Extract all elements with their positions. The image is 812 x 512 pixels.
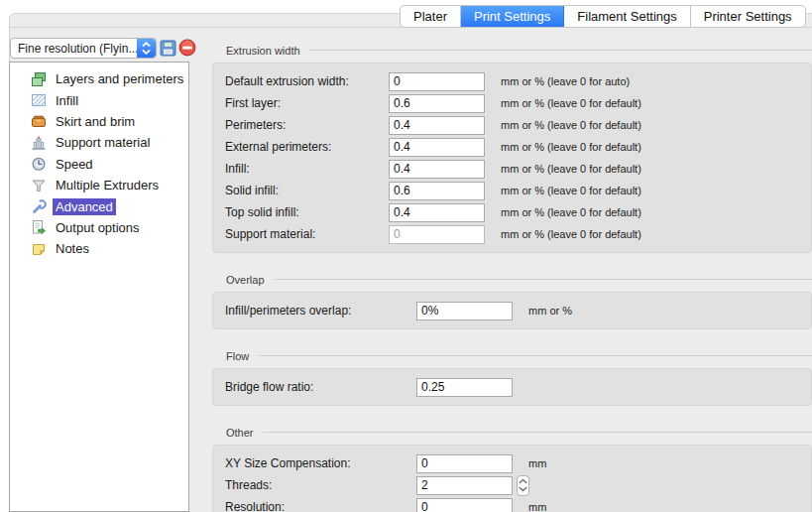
setting-row: Perimeters: mm or % (leave 0 for default… [225,114,799,136]
field-hint: mm or % (leave 0 for auto) [501,75,630,87]
tab-plater[interactable]: Plater [401,6,461,27]
field-label: Infill/perimeters overlap: [225,304,416,318]
sidebar-item-advanced[interactable]: Advanced [10,195,188,216]
setting-row: Top solid infill: mm or % (leave 0 for d… [225,201,799,223]
settings-category-list: Layers and perimeters Infill Skirt and b… [9,62,189,512]
field-label: Solid infill: [225,184,389,197]
section-divider [274,279,812,280]
section-divider [309,50,812,51]
field-label: Infill: [225,162,389,176]
section-divider [263,432,812,433]
section-flow: Bridge flow ratio: [212,368,812,406]
field-label: Support material: [225,227,389,241]
field-hint: mm [528,457,546,469]
field-label: Threads: [225,478,416,492]
sidebar-item-output-options[interactable]: Output options [10,217,188,238]
section-extrusion-width: Default extrusion width: mm or % (leave … [212,63,812,253]
field-label: XY Size Compensation: [225,456,416,470]
section-header-other: Other [226,426,812,439]
perimeters-input[interactable] [389,116,485,135]
setting-row: External perimeters: mm or % (leave 0 fo… [225,136,799,158]
solid-infill-input[interactable] [389,182,485,200]
field-hint: mm or % (leave 0 for default) [501,206,641,218]
section-header-overlap: Overlap [226,273,812,286]
resolution-input[interactable] [416,498,513,512]
sidebar-item-skirt-and-brim[interactable]: Skirt and brim [10,111,188,132]
setting-row: Infill: mm or % (leave 0 for default) [225,158,799,180]
field-label: First layer: [225,96,389,110]
field-label: External perimeters: [225,140,389,154]
section-header-extrusion-width: Extrusion width [226,44,812,57]
setting-row: Infill/perimeters overlap: mm or % [225,300,799,321]
tab-printer-settings[interactable]: Printer Settings [691,6,805,27]
first-layer-input[interactable] [389,94,485,113]
sidebar-item-label: Multiple Extruders [53,177,162,193]
section-overlap: Infill/perimeters overlap: mm or % [212,292,812,329]
tab-print-settings[interactable]: Print Settings [461,6,564,27]
layers-icon [31,71,47,87]
setting-row: Resolution: mm [225,496,799,512]
setting-row: First layer: mm or % (leave 0 for defaul… [225,92,799,114]
tab-bar: Plater Print Settings Filament Settings … [400,5,806,28]
preset-dropdown-value: Fine resolution (Flyin... [11,42,137,56]
floppy-save-icon [160,40,176,57]
field-label: Top solid infill: [225,205,389,219]
field-hint: mm or % (leave 0 for default) [501,141,641,153]
infill-hatch-icon [31,92,47,108]
wrench-icon [31,198,47,214]
section-divider [258,355,812,356]
section-title: Overlap [226,274,265,286]
section-title: Flow [226,350,249,362]
section-other: XY Size Compensation: mm Threads: Resolu… [212,445,812,512]
setting-row: Solid infill: mm or % (leave 0 for defau… [225,180,799,201]
sidebar-item-speed[interactable]: Speed [10,154,188,175]
delete-preset-button[interactable] [177,38,197,58]
field-label: Default extrusion width: [225,74,389,88]
chevron-down-icon [519,486,527,492]
tab-filament-settings[interactable]: Filament Settings [564,6,690,27]
section-title: Extrusion width [226,45,300,57]
sidebar-item-layers-and-perimeters[interactable]: Layers and perimeters [10,68,188,89]
speed-clock-icon [31,156,47,172]
field-hint: mm or % (leave 0 for default) [501,228,641,240]
bridge-flow-ratio-input[interactable] [416,378,513,397]
sidebar-item-multiple-extruders[interactable]: Multiple Extruders [10,175,188,195]
sidebar-item-label: Infill [53,92,81,109]
external-perimeters-input[interactable] [389,138,485,157]
save-preset-button[interactable] [158,38,177,58]
sidebar-item-label: Speed [53,156,96,173]
field-hint: mm [528,501,546,512]
field-hint: mm or % [528,305,572,317]
settings-panel: Extrusion width Default extrusion width:… [212,38,812,512]
setting-row: Support material: mm or % (leave 0 for d… [225,223,799,245]
field-label: Bridge flow ratio: [225,380,416,394]
infill-perimeters-overlap-input[interactable] [416,302,513,320]
xy-size-compensation-input[interactable] [416,454,513,473]
field-hint: mm or % (leave 0 for default) [501,163,641,175]
threads-stepper[interactable] [517,475,529,496]
setting-row: Bridge flow ratio: [225,376,799,398]
sidebar-item-notes[interactable]: Notes [10,238,188,259]
infill-width-input[interactable] [389,160,485,179]
setting-row: XY Size Compensation: mm [225,452,799,474]
setting-row: Threads: [225,474,799,496]
field-hint: mm or % (leave 0 for default) [501,119,641,131]
sidebar-item-label: Advanced [53,198,116,215]
chevron-up-down-icon[interactable] [137,39,156,58]
field-hint: mm or % (leave 0 for default) [501,185,641,196]
sidebar-item-label: Notes [53,240,92,257]
default-extrusion-width-input[interactable] [389,72,485,91]
sidebar-item-support-material[interactable]: Support material [10,132,188,153]
field-label: Resolution: [225,500,416,512]
preset-dropdown[interactable]: Fine resolution (Flyin... [10,38,157,59]
notes-icon [31,241,47,257]
sidebar-item-label: Skirt and brim [53,113,138,130]
sidebar-item-infill[interactable]: Infill [10,89,188,110]
field-label: Perimeters: [225,118,389,132]
chevron-up-icon [519,478,527,484]
skirt-box-icon [31,113,47,129]
threads-input[interactable] [416,476,513,495]
field-hint: mm or % (leave 0 for default) [501,97,641,109]
top-solid-infill-input[interactable] [389,203,485,222]
funnel-icon [31,178,47,193]
